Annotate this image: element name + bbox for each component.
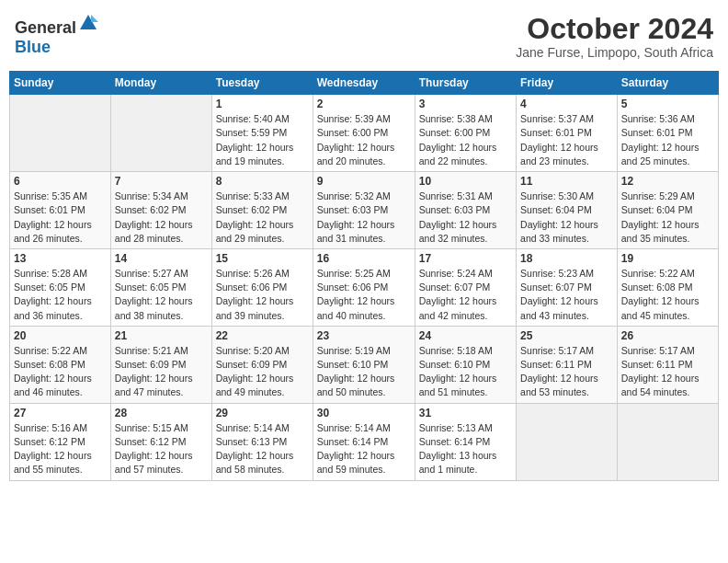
- calendar-cell: 23Sunrise: 5:19 AMSunset: 6:10 PMDayligh…: [313, 326, 415, 403]
- day-info: Sunrise: 5:19 AMSunset: 6:10 PMDaylight:…: [317, 344, 411, 400]
- day-info: Sunrise: 5:39 AMSunset: 6:00 PMDaylight:…: [317, 112, 411, 168]
- calendar-cell: 18Sunrise: 5:23 AMSunset: 6:07 PMDayligh…: [517, 248, 618, 326]
- calendar-cell: 3Sunrise: 5:38 AMSunset: 6:00 PMDaylight…: [415, 95, 516, 172]
- day-info: Sunrise: 5:29 AMSunset: 6:04 PMDaylight:…: [621, 190, 714, 246]
- calendar-cell: 11Sunrise: 5:30 AMSunset: 6:04 PMDayligh…: [517, 172, 618, 249]
- calendar-cell: [617, 403, 718, 480]
- day-number: 3: [419, 98, 512, 110]
- day-number: 11: [520, 175, 613, 188]
- weekday-header: Monday: [110, 72, 211, 95]
- logo-general: General: [15, 18, 76, 37]
- day-info: Sunrise: 5:34 AMSunset: 6:02 PMDaylight:…: [115, 190, 208, 246]
- day-number: 15: [216, 252, 309, 265]
- day-info: Sunrise: 5:30 AMSunset: 6:04 PMDaylight:…: [520, 190, 613, 246]
- day-info: Sunrise: 5:35 AMSunset: 6:01 PMDaylight:…: [14, 190, 107, 246]
- day-info: Sunrise: 5:16 AMSunset: 6:12 PMDaylight:…: [14, 421, 107, 477]
- calendar-week-row: 13Sunrise: 5:28 AMSunset: 6:05 PMDayligh…: [10, 248, 719, 326]
- day-number: 4: [520, 98, 613, 110]
- calendar-cell: 4Sunrise: 5:37 AMSunset: 6:01 PMDaylight…: [517, 95, 618, 172]
- day-number: 28: [115, 407, 208, 419]
- day-info: Sunrise: 5:20 AMSunset: 6:09 PMDaylight:…: [216, 344, 309, 400]
- day-info: Sunrise: 5:40 AMSunset: 5:59 PMDaylight:…: [216, 112, 309, 168]
- calendar-cell: 30Sunrise: 5:14 AMSunset: 6:14 PMDayligh…: [313, 403, 415, 480]
- calendar-cell: [10, 95, 111, 172]
- day-info: Sunrise: 5:22 AMSunset: 6:08 PMDaylight:…: [621, 267, 714, 323]
- day-info: Sunrise: 5:28 AMSunset: 6:05 PMDaylight:…: [14, 267, 107, 323]
- calendar-cell: [517, 403, 618, 480]
- calendar-cell: 22Sunrise: 5:20 AMSunset: 6:09 PMDayligh…: [211, 326, 313, 403]
- calendar-cell: 25Sunrise: 5:17 AMSunset: 6:11 PMDayligh…: [517, 326, 618, 403]
- day-number: 13: [14, 252, 107, 265]
- day-info: Sunrise: 5:38 AMSunset: 6:00 PMDaylight:…: [419, 112, 512, 168]
- calendar-cell: 26Sunrise: 5:17 AMSunset: 6:11 PMDayligh…: [617, 326, 718, 403]
- calendar-cell: [110, 95, 211, 172]
- calendar-cell: 24Sunrise: 5:18 AMSunset: 6:10 PMDayligh…: [415, 326, 516, 403]
- day-info: Sunrise: 5:23 AMSunset: 6:07 PMDaylight:…: [520, 267, 613, 323]
- weekday-header: Thursday: [415, 72, 516, 95]
- calendar-cell: 5Sunrise: 5:36 AMSunset: 6:01 PMDaylight…: [617, 95, 718, 172]
- day-info: Sunrise: 5:37 AMSunset: 6:01 PMDaylight:…: [520, 112, 613, 168]
- day-info: Sunrise: 5:33 AMSunset: 6:02 PMDaylight:…: [216, 190, 309, 246]
- day-number: 27: [14, 407, 107, 419]
- day-number: 10: [419, 175, 512, 188]
- day-info: Sunrise: 5:13 AMSunset: 6:14 PMDaylight:…: [419, 421, 512, 477]
- day-number: 16: [317, 252, 411, 265]
- calendar-cell: 21Sunrise: 5:21 AMSunset: 6:09 PMDayligh…: [110, 326, 211, 403]
- page-header: General Blue October 2024 Jane Furse, Li…: [9, 9, 719, 63]
- weekday-header: Sunday: [10, 72, 111, 95]
- day-info: Sunrise: 5:24 AMSunset: 6:07 PMDaylight:…: [419, 267, 512, 323]
- day-info: Sunrise: 5:14 AMSunset: 6:13 PMDaylight:…: [216, 421, 309, 477]
- day-number: 17: [419, 252, 512, 265]
- calendar-week-row: 6Sunrise: 5:35 AMSunset: 6:01 PMDaylight…: [10, 172, 719, 249]
- day-info: Sunrise: 5:36 AMSunset: 6:01 PMDaylight:…: [621, 112, 714, 168]
- calendar-cell: 15Sunrise: 5:26 AMSunset: 6:06 PMDayligh…: [211, 248, 313, 326]
- day-number: 29: [216, 407, 309, 419]
- day-number: 7: [115, 175, 208, 188]
- day-number: 26: [621, 329, 714, 342]
- calendar-cell: 7Sunrise: 5:34 AMSunset: 6:02 PMDaylight…: [110, 172, 211, 249]
- calendar-cell: 9Sunrise: 5:32 AMSunset: 6:03 PMDaylight…: [313, 172, 415, 249]
- day-number: 8: [216, 175, 309, 188]
- calendar-cell: 13Sunrise: 5:28 AMSunset: 6:05 PMDayligh…: [10, 248, 111, 326]
- weekday-header: Saturday: [617, 72, 718, 95]
- calendar-cell: 6Sunrise: 5:35 AMSunset: 6:01 PMDaylight…: [10, 172, 111, 249]
- day-info: Sunrise: 5:22 AMSunset: 6:08 PMDaylight:…: [14, 344, 107, 400]
- day-number: 5: [621, 98, 714, 110]
- day-number: 12: [621, 175, 714, 188]
- calendar-week-row: 20Sunrise: 5:22 AMSunset: 6:08 PMDayligh…: [10, 326, 719, 403]
- calendar-cell: 19Sunrise: 5:22 AMSunset: 6:08 PMDayligh…: [617, 248, 718, 326]
- weekday-header: Tuesday: [211, 72, 313, 95]
- day-number: 19: [621, 252, 714, 265]
- calendar-cell: 14Sunrise: 5:27 AMSunset: 6:05 PMDayligh…: [110, 248, 211, 326]
- day-number: 21: [115, 329, 208, 342]
- calendar-cell: 16Sunrise: 5:25 AMSunset: 6:06 PMDayligh…: [313, 248, 415, 326]
- logo-blue: Blue: [15, 38, 51, 56]
- calendar-cell: 28Sunrise: 5:15 AMSunset: 6:12 PMDayligh…: [110, 403, 211, 480]
- day-info: Sunrise: 5:26 AMSunset: 6:06 PMDaylight:…: [216, 267, 309, 323]
- day-number: 23: [317, 329, 411, 342]
- day-number: 31: [419, 407, 512, 419]
- calendar-cell: 17Sunrise: 5:24 AMSunset: 6:07 PMDayligh…: [415, 248, 516, 326]
- weekday-header-row: SundayMondayTuesdayWednesdayThursdayFrid…: [10, 72, 719, 95]
- day-info: Sunrise: 5:31 AMSunset: 6:03 PMDaylight:…: [419, 190, 512, 246]
- calendar-cell: 31Sunrise: 5:13 AMSunset: 6:14 PMDayligh…: [415, 403, 516, 480]
- calendar-cell: 1Sunrise: 5:40 AMSunset: 5:59 PMDaylight…: [211, 95, 313, 172]
- day-info: Sunrise: 5:21 AMSunset: 6:09 PMDaylight:…: [115, 344, 208, 400]
- calendar-cell: 12Sunrise: 5:29 AMSunset: 6:04 PMDayligh…: [617, 172, 718, 249]
- day-info: Sunrise: 5:17 AMSunset: 6:11 PMDaylight:…: [621, 344, 714, 400]
- weekday-header: Friday: [517, 72, 618, 95]
- logo-text: General Blue: [15, 13, 98, 57]
- calendar-cell: 10Sunrise: 5:31 AMSunset: 6:03 PMDayligh…: [415, 172, 516, 249]
- day-number: 24: [419, 329, 512, 342]
- day-number: 1: [216, 98, 309, 110]
- day-number: 20: [14, 329, 107, 342]
- day-info: Sunrise: 5:18 AMSunset: 6:10 PMDaylight:…: [419, 344, 512, 400]
- day-number: 18: [520, 252, 613, 265]
- calendar-week-row: 27Sunrise: 5:16 AMSunset: 6:12 PMDayligh…: [10, 403, 719, 480]
- calendar-cell: 27Sunrise: 5:16 AMSunset: 6:12 PMDayligh…: [10, 403, 111, 480]
- svg-marker-1: [91, 15, 98, 22]
- month-title: October 2024: [516, 13, 713, 45]
- calendar-cell: 2Sunrise: 5:39 AMSunset: 6:00 PMDaylight…: [313, 95, 415, 172]
- weekday-header: Wednesday: [313, 72, 415, 95]
- day-info: Sunrise: 5:25 AMSunset: 6:06 PMDaylight:…: [317, 267, 411, 323]
